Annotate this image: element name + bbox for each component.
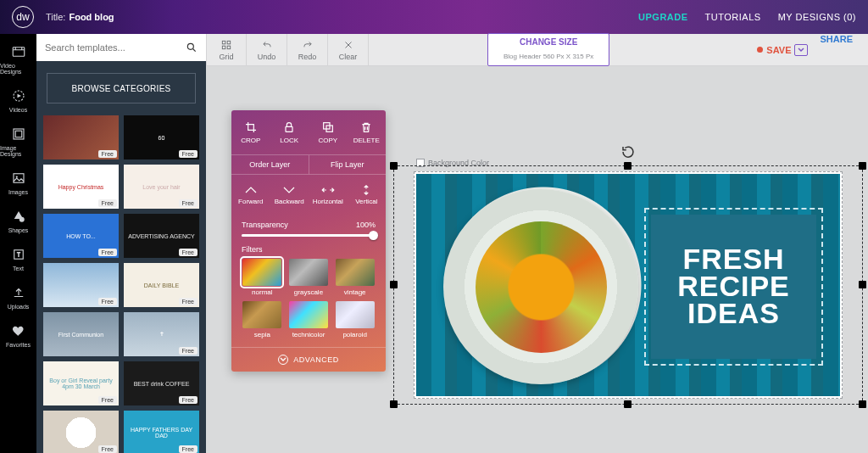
filter-swatch [242,301,281,328]
clear-button[interactable]: Clear [328,34,369,65]
search-row [36,34,206,61]
resize-handle-tm[interactable] [624,162,632,170]
resize-handle-mr[interactable] [859,281,866,288]
resize-handle-bl[interactable] [390,400,398,408]
template-thumb[interactable]: Love your hairFree [124,165,199,209]
share-button[interactable]: SHARE [820,34,853,65]
lock-button[interactable]: LOCK [270,110,309,154]
free-tag: Free [179,249,198,256]
rail-favorites[interactable]: Favorites [0,318,36,353]
app-header: dw Title: Food blog UPGRADE TUTORIALS MY… [0,0,868,34]
undo-button[interactable]: Undo [247,34,287,65]
template-thumb[interactable]: HAPPY FATHERS DAY DADFree [124,411,199,453]
filter-label: grayscale [294,288,323,296]
free-tag: Free [98,249,117,256]
flip-horizontal-button[interactable]: Horizontal [309,175,348,214]
template-thumb[interactable]: DAILY BIBLEFree [124,263,199,307]
design-frame[interactable]: Background Color FRESH RECIPE IDEAS [414,171,843,399]
change-size-button[interactable]: CHANGE SIZE Blog Header 560 Px X 315 Px [487,33,609,66]
template-thumb[interactable]: Boy or Girl Reveal party 4pm 30 MarchFre… [43,361,119,405]
filter-technicolor[interactable]: technicolor [288,301,330,338]
filter-polaroid[interactable]: polaroid [334,301,376,338]
template-thumb[interactable]: ✝Free [124,312,199,356]
chevron-down-icon [278,355,288,365]
order-layer-heading: Order Layer [231,155,309,174]
search-icon[interactable] [186,42,198,53]
selection-box [393,165,863,405]
template-thumb[interactable]: Free [43,115,119,159]
template-thumb[interactable]: 60Free [124,115,199,159]
transparency-slider[interactable] [242,234,376,237]
template-thumb[interactable]: Free [43,411,119,453]
search-input[interactable] [45,42,186,53]
rail-uploads[interactable]: Uploads [0,280,36,315]
resize-handle-tr[interactable] [859,162,866,170]
svg-marker-2 [17,94,21,98]
advanced-toggle[interactable]: ADVANCED [231,347,386,372]
rail-videos[interactable]: Videos [0,83,36,118]
free-tag: Free [179,445,198,453]
filter-grid: normalgrayscalevintagesepiatechnicolorpo… [242,259,376,338]
template-panel: BROWSE CATEGORIES Free60FreeHappy Christ… [36,34,206,453]
rotate-handle[interactable] [620,143,637,160]
title-value[interactable]: Food blog [69,12,114,22]
crop-button[interactable]: CROP [231,110,270,154]
delete-button[interactable]: DELETE [348,110,387,154]
template-thumb[interactable]: Happy ChristmasFree [43,165,119,209]
svg-rect-4 [15,131,22,137]
template-thumb[interactable]: BEST drink COFFEEFree [124,361,199,405]
resize-handle-br[interactable] [859,400,866,408]
rail-image-designs[interactable]: Image Designs [0,121,36,162]
backward-button[interactable]: Backward [270,175,309,214]
browse-categories-button[interactable]: BROWSE CATEGORIES [47,73,196,103]
left-rail: Video Designs Videos Image Designs Image… [0,34,36,453]
free-tag: Free [98,298,117,305]
rail-text[interactable]: Text [0,242,36,277]
resize-handle-bm[interactable] [624,400,632,408]
unsaved-indicator-icon [757,47,763,53]
free-tag: Free [179,150,198,158]
grid-button[interactable]: Grid [206,34,247,65]
app-logo[interactable]: dw [12,6,34,28]
filter-vintage[interactable]: vintage [334,259,376,296]
free-tag: Free [98,150,117,158]
rail-shapes[interactable]: Shapes [0,204,36,238]
rail-images[interactable]: Images [0,165,36,200]
filter-sepia[interactable]: sepia [242,301,283,338]
filter-label: vintage [344,288,366,296]
filter-swatch [289,259,328,286]
free-tag: Free [179,347,198,355]
svg-rect-11 [227,41,231,44]
free-tag: Free [98,396,117,404]
main-toolbar: Grid Undo Redo Clear CHANGE SIZE Blog He… [206,34,868,66]
save-dropdown-icon[interactable] [794,44,808,56]
forward-button[interactable]: Forward [231,175,270,214]
copy-button[interactable]: COPY [309,110,348,154]
flip-layer-heading: Flip Layer [309,155,387,174]
canvas-area[interactable]: CROP LOCK COPY DELETE Order Layer Flip L… [206,66,868,453]
filter-swatch [242,259,281,286]
template-thumb[interactable]: First Communion [43,312,119,356]
slider-knob[interactable] [369,231,378,240]
redo-button[interactable]: Redo [287,34,328,65]
upgrade-link[interactable]: UPGRADE [638,12,688,22]
template-thumb[interactable]: ADVERTISING AGENCYFree [124,214,199,258]
save-button[interactable]: SAVE [757,34,808,65]
filter-label: technicolor [292,331,326,338]
resize-handle-tl[interactable] [390,162,398,170]
filter-label: sepia [254,331,270,338]
filter-normal[interactable]: normal [242,259,283,296]
svg-rect-14 [286,126,292,131]
svg-point-7 [19,217,24,222]
filter-grayscale[interactable]: grayscale [288,259,330,296]
template-thumb[interactable]: Free [43,263,119,307]
mydesigns-link[interactable]: MY DESIGNS (0) [778,12,856,22]
filter-swatch [336,259,375,286]
rail-video-designs[interactable]: Video Designs [0,39,36,80]
free-tag: Free [98,445,117,453]
tutorials-link[interactable]: TUTORIALS [705,12,761,22]
resize-handle-ml[interactable] [390,281,398,288]
filter-swatch [336,301,375,328]
flip-vertical-button[interactable]: Vertical [348,175,387,214]
template-thumb[interactable]: HOW TO...Free [43,214,119,258]
